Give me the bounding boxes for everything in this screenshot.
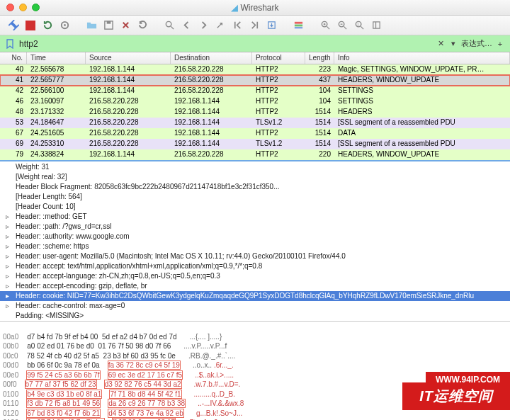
svg-rect-8	[294, 27, 302, 28]
capture-options-btn[interactable]	[57, 18, 72, 33]
detail-line[interactable]: Header Block Fragment: 82058c63fc9bc222b…	[0, 182, 510, 192]
find-packet-btn[interactable]	[162, 18, 176, 33]
start-capture-btn[interactable]	[6, 18, 21, 33]
watermark-tag: IT运维空间	[402, 382, 510, 410]
svg-rect-6	[294, 22, 302, 24]
detail-header[interactable]: Header: accept: text/html,application/xh…	[0, 261, 510, 271]
detail-header[interactable]: Header: accept-encoding: gzip, deflate, …	[0, 281, 510, 291]
svg-rect-3	[106, 21, 110, 24]
svg-point-1	[64, 24, 66, 26]
main-toolbar: 1	[0, 16, 510, 35]
detail-header[interactable]: Header: cache-control: max-age=0	[0, 301, 510, 311]
display-filter-input[interactable]	[16, 38, 434, 50]
filter-dropdown-icon[interactable]: ▾	[447, 38, 460, 50]
col-proto[interactable]: Protocol	[252, 52, 305, 64]
packet-list-header: No. Time Source Destination Protocol Len…	[0, 52, 510, 64]
go-prev-btn[interactable]	[179, 18, 193, 33]
zoom-out-btn[interactable]	[335, 18, 349, 33]
svg-rect-7	[294, 25, 302, 27]
col-len[interactable]: Length	[305, 52, 334, 64]
col-src[interactable]: Source	[86, 52, 171, 64]
col-info[interactable]: Info	[334, 52, 510, 64]
packet-row[interactable]: 5324.184647216.58.220.228192.168.1.144TL…	[0, 118, 510, 128]
packet-row[interactable]: 6724.251605216.58.220.228192.168.1.144HT…	[0, 128, 510, 139]
col-time[interactable]: Time	[27, 52, 86, 64]
packet-details-pane[interactable]: Weight: 31 [Weight real: 32] Header Bloc…	[0, 161, 510, 322]
window-zoom-btn[interactable]	[32, 4, 40, 11]
svg-point-4	[166, 21, 171, 27]
window-titlebar: ◢ Wireshark	[0, 0, 510, 16]
window-minimize-btn[interactable]	[19, 4, 27, 11]
stop-capture-btn[interactable]	[23, 18, 38, 33]
detail-line[interactable]: [Weight real: 32]	[0, 172, 510, 182]
bookmark-filter-icon[interactable]	[4, 38, 16, 50]
app-logo-icon: ◢	[231, 2, 238, 13]
reload-btn[interactable]	[135, 18, 149, 33]
window-close-btn[interactable]	[6, 4, 14, 11]
close-file-btn[interactable]	[118, 18, 132, 33]
detail-header[interactable]: Header: :scheme: https	[0, 242, 510, 251]
col-dst[interactable]: Destination	[171, 52, 252, 64]
detail-header[interactable]: Header: :method: GET	[0, 212, 510, 222]
svg-text:1: 1	[357, 23, 359, 26]
packet-row[interactable]: 4222.566100192.168.1.144216.58.220.228HT…	[0, 86, 510, 96]
restart-capture-btn[interactable]	[40, 18, 55, 33]
filter-expression-label[interactable]: 表达式…	[460, 38, 494, 49]
detail-header[interactable]: Header: :path: /?gws_rd=cr,ssl	[0, 222, 510, 232]
detail-padding[interactable]: Padding: <MISSING>	[0, 311, 510, 321]
colorize-btn[interactable]	[291, 18, 305, 33]
detail-line[interactable]: [Header Length: 564]	[0, 192, 510, 202]
go-first-btn[interactable]	[230, 18, 244, 33]
detail-line[interactable]: [Header Count: 10]	[0, 202, 510, 212]
packet-row[interactable]: 4122.565777192.168.1.144216.58.220.228HT…	[0, 75, 510, 86]
resize-columns-btn[interactable]	[369, 18, 383, 33]
filter-add-icon[interactable]: +	[494, 38, 506, 50]
zoom-reset-btn[interactable]: 1	[352, 18, 366, 33]
detail-header[interactable]: Header: accept-language: zh-CN,zh;q=0.8,…	[0, 271, 510, 281]
open-file-btn[interactable]	[84, 18, 98, 33]
go-last-btn[interactable]	[247, 18, 261, 33]
detail-header[interactable]: Header: user-agent: Mozilla/5.0 (Macinto…	[0, 251, 510, 261]
filter-clear-icon[interactable]: ✕	[434, 38, 447, 50]
zoom-in-btn[interactable]	[318, 18, 332, 33]
display-filter-bar: ✕ ▾ 表达式… +	[0, 35, 510, 52]
packet-list[interactable]: 4022.565678192.168.1.144216.58.220.228HT…	[0, 64, 510, 161]
col-no[interactable]: No.	[0, 52, 27, 64]
go-to-packet-btn[interactable]	[213, 18, 227, 33]
autoscroll-btn[interactable]	[264, 18, 278, 33]
packet-row[interactable]: 4823.171332216.58.220.228192.168.1.144HT…	[0, 107, 510, 118]
detail-header[interactable]: Header: :authority: www.google.com	[0, 232, 510, 242]
packet-row[interactable]: 7924.338824192.168.1.144216.58.220.228HT…	[0, 149, 510, 160]
packet-row[interactable]: 4623.160097216.58.220.228192.168.1.144HT…	[0, 96, 510, 107]
save-file-btn[interactable]	[101, 18, 115, 33]
packet-row[interactable]: 6924.253310216.58.220.228192.168.1.144TL…	[0, 139, 510, 149]
window-title: Wireshark	[241, 3, 279, 13]
detail-header-selected[interactable]: Header: cookie: NID=77=Kw3ihbC2DsQWbitGe…	[0, 291, 510, 301]
detail-line[interactable]: Weight: 31	[0, 162, 510, 172]
packet-row[interactable]: 4022.565678192.168.1.144216.58.220.228HT…	[0, 64, 510, 75]
go-next-btn[interactable]	[196, 18, 210, 33]
